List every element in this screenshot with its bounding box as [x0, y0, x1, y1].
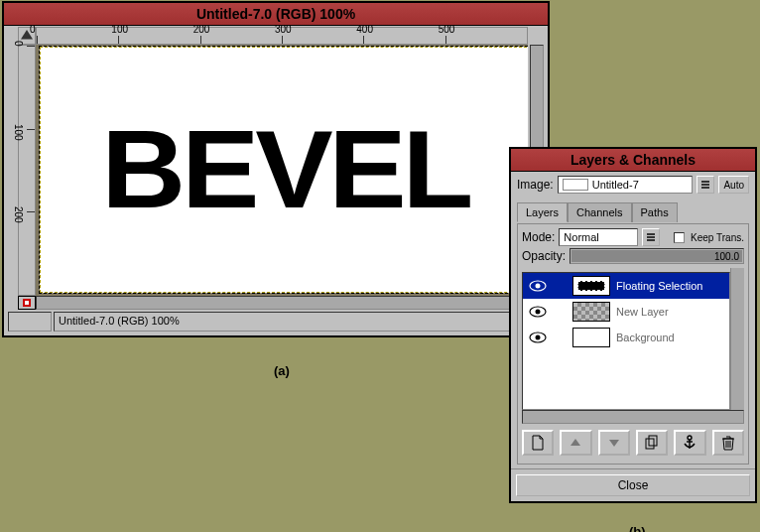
tab-channels[interactable]: Channels	[568, 202, 631, 222]
tab-paths[interactable]: Paths	[632, 202, 678, 222]
opacity-value: 100.0	[714, 251, 739, 262]
anchor-layer-button[interactable]	[674, 430, 705, 456]
list-horizontal-scrollbar[interactable]	[522, 410, 744, 424]
status-cell	[8, 312, 52, 332]
mode-menu-button[interactable]	[642, 228, 660, 246]
delete-layer-button[interactable]	[712, 430, 744, 456]
svg-point-10	[688, 436, 692, 440]
opacity-label: Opacity:	[522, 249, 566, 263]
layer-thumbnail	[572, 328, 610, 347]
layer-row[interactable]: New Layer	[523, 299, 729, 325]
horizontal-scrollbar[interactable]	[36, 296, 528, 310]
svg-rect-9	[649, 436, 657, 446]
close-bar: Close	[511, 468, 755, 501]
statusbar: Untitled-7.0 (RGB) 100%	[8, 312, 544, 332]
figure-caption-b: (b)	[629, 524, 646, 532]
image-selector[interactable]: Untitled-7	[558, 176, 694, 194]
ruler-tick: 300	[275, 24, 292, 35]
layer-row[interactable]: Background	[523, 325, 729, 350]
new-layer-button[interactable]	[522, 430, 554, 456]
layer-name: Background	[616, 332, 729, 343]
image-menu-button[interactable]	[697, 176, 714, 194]
canvas-viewport[interactable]: BEVEL	[36, 45, 528, 296]
layers-dialog-title[interactable]: Layers & Channels	[511, 149, 755, 172]
horizontal-ruler[interactable]: 0 100 200 300 400 500	[36, 27, 528, 45]
image-window-title[interactable]: Untitled-7.0 (RGB) 100%	[4, 3, 548, 26]
ruler-tick: 100	[111, 24, 128, 35]
keep-trans-checkbox[interactable]	[674, 232, 685, 243]
canvas[interactable]: BEVEL	[40, 47, 528, 293]
svg-point-3	[536, 284, 541, 289]
mode-selector[interactable]: Normal	[559, 228, 638, 246]
tab-panel: Mode: Normal Keep Trans. Opacity: 100.0	[517, 223, 749, 465]
figure-caption-a: (a)	[274, 363, 290, 378]
duplicate-layer-button[interactable]	[636, 430, 668, 456]
image-thumbnail	[563, 179, 588, 191]
visibility-toggle[interactable]	[523, 280, 553, 292]
layer-buttons	[522, 426, 744, 460]
layer-name: Floating Selection	[616, 280, 729, 292]
mode-label: Mode:	[522, 230, 555, 244]
layer-list: Floating Selection New Layer	[522, 272, 730, 410]
layer-thumbnail	[572, 302, 610, 322]
keep-trans-label: Keep Trans.	[691, 232, 744, 243]
layer-name: New Layer	[616, 306, 729, 318]
quick-mask-button[interactable]	[18, 296, 36, 310]
auto-button[interactable]: Auto	[718, 176, 749, 194]
svg-rect-8	[646, 439, 654, 449]
image-window: Untitled-7.0 (RGB) 100% 0 100 200 300 40…	[2, 1, 550, 337]
visibility-toggle[interactable]	[523, 332, 553, 343]
status-text: Untitled-7.0 (RGB) 100%	[54, 312, 516, 332]
svg-point-7	[536, 335, 541, 340]
ruler-tick: 500	[439, 24, 455, 35]
ruler-tick: 200	[193, 24, 210, 35]
list-vertical-scrollbar[interactable]	[730, 268, 744, 410]
ruler-tick: 0	[13, 41, 24, 47]
close-button[interactable]: Close	[516, 474, 750, 496]
layers-dialog: Layers & Channels Image: Untitled-7 Auto…	[509, 147, 757, 503]
ruler-tick: 0	[30, 24, 36, 35]
opacity-slider[interactable]: 100.0	[570, 248, 744, 264]
image-label: Image:	[517, 178, 554, 192]
ruler-tick: 400	[356, 24, 373, 35]
lower-layer-button[interactable]	[598, 430, 630, 456]
tab-layers[interactable]: Layers	[517, 202, 568, 222]
canvas-text: BEVEL	[101, 114, 469, 225]
visibility-toggle[interactable]	[523, 306, 553, 318]
ruler-tick: 100	[13, 124, 24, 141]
svg-point-5	[536, 310, 541, 315]
raise-layer-button[interactable]	[560, 430, 591, 456]
layer-thumbnail	[572, 276, 610, 296]
ruler-tick: 200	[13, 206, 24, 223]
vertical-ruler[interactable]: 0 100 200	[18, 45, 36, 296]
layer-row[interactable]: Floating Selection	[523, 273, 729, 299]
tab-bar: Layers Channels Paths	[517, 201, 749, 221]
image-name: Untitled-7	[592, 179, 639, 191]
